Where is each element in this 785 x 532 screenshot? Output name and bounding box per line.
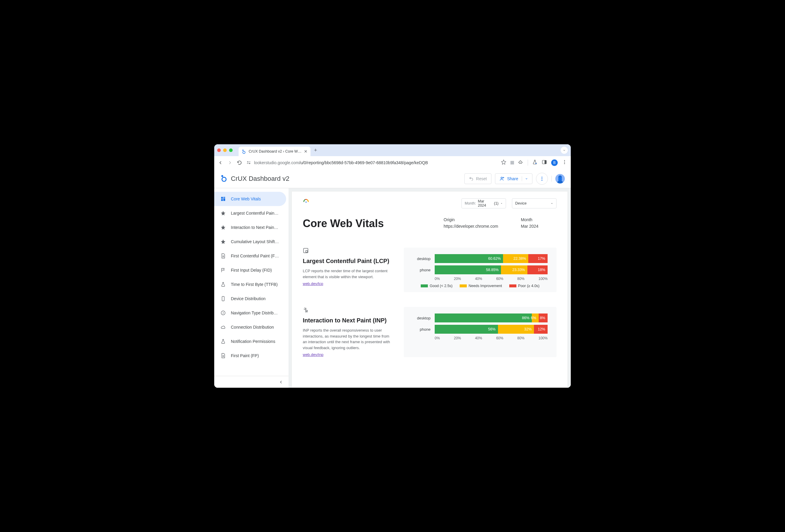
svg-point-12 [564,161,565,162]
sidebar-item-4[interactable]: First Contentful Paint (F… [214,249,286,263]
bookmark-button[interactable] [501,159,506,166]
reload-button[interactable] [237,160,242,165]
close-tab-icon[interactable]: ✕ [304,149,307,154]
svg-rect-21 [223,197,225,198]
sidebar-item-label: Connection Distribution [231,325,274,329]
svg-point-7 [249,163,250,164]
svg-point-6 [248,161,248,162]
address-bar[interactable]: lookerstudio.google.com/u/0/reporting/bb… [246,160,497,165]
maximize-window-icon[interactable] [229,149,233,152]
looker-studio-icon [242,149,246,154]
side-panel-button[interactable] [542,159,547,166]
chevron-left-icon [279,380,283,384]
metric-section-1: Interaction to Next Paint (INP)INP repor… [303,307,557,357]
back-button[interactable] [218,160,223,165]
chart-bar-row: desktop60.62%22.38%17% [413,254,548,263]
sidebar-item-10[interactable]: Notification Permissions [214,334,286,348]
device-icon [220,296,226,301]
metric-chart: desktop86%6%8%phone56%32%12%0%20%40%60%8… [404,307,557,357]
report-canvas-wrap: Month: Mar 2024 (1) Device Core Web Vita… [288,188,571,388]
svg-rect-24 [222,297,224,301]
sidebar-item-11[interactable]: First Paint (FP) [214,348,286,363]
labs-button[interactable] [532,159,537,166]
tab-overflow-button[interactable] [561,147,568,154]
reset-button[interactable]: Reset [464,174,491,184]
sidebar-item-6[interactable]: Time to First Byte (TTFB) [214,277,286,292]
sidebar-list[interactable]: Core Web VitalsLargest Contentful Pain…I… [214,188,288,376]
metric-icon [303,247,392,255]
metric-description: Largest Contentful Paint (LCP)LCP report… [303,247,392,292]
sidebar-item-7[interactable]: Device Distribution [214,292,286,306]
sidebar-item-9[interactable]: Connection Distribution [214,320,286,334]
report-canvas[interactable]: Month: Mar 2024 (1) Device Core Web Vita… [292,191,568,388]
sidebar-item-label: Notification Permissions [231,339,275,344]
metric-icon [303,307,392,314]
site-settings-icon[interactable] [246,160,251,165]
metric-desc: LCP reports the render time of the large… [303,268,392,280]
sidebar-item-label: Cumulative Layout Shift… [231,239,279,244]
forward-button[interactable] [227,160,233,165]
metric-link[interactable]: web.dev/inp [303,352,323,357]
svg-rect-22 [223,198,225,201]
svg-point-18 [542,178,542,179]
chart-bar-row: desktop86%6%8% [413,314,548,322]
url-text: lookerstudio.google.com/u/0/reporting/bb… [254,160,428,165]
sidebar-item-label: First Paint (FP) [231,353,259,358]
month-filter[interactable]: Month: Mar 2024 (1) [461,198,506,208]
sidebar-item-5[interactable]: First Input Delay (FID) [214,263,286,277]
sidebar-item-label: Time to First Byte (TTFB) [231,282,278,287]
window-controls[interactable] [217,149,233,152]
sidebar-item-0[interactable]: Core Web Vitals [214,192,286,206]
browser-window: CrUX Dashboard v2 › Core W… ✕ + lookerst… [214,144,571,388]
sidebar-item-2[interactable]: Interaction to Next Pain… [214,220,286,235]
svg-point-17 [542,177,542,178]
metric-description: Interaction to Next Paint (INP)INP repor… [303,307,392,357]
svg-point-15 [222,177,226,181]
share-button[interactable]: Share [495,174,532,184]
svg-rect-28 [306,250,307,252]
app-header: CrUX Dashboard v2 Reset Share [214,169,571,188]
user-avatar[interactable] [555,174,565,184]
browser-tab[interactable]: CrUX Dashboard v2 › Core W… ✕ [238,147,310,156]
sidebar-item-label: Device Distribution [231,296,265,301]
dashboard-icon [220,196,226,202]
tab-strip: CrUX Dashboard v2 › Core W… ✕ + [214,144,571,156]
chart-bar-row: phone58.85%23.33%18% [413,265,548,274]
share-dropdown-icon[interactable] [522,176,528,181]
chart-legend: Good (< 2.5s)Needs ImprovementPoor (≥ 4.… [413,284,548,288]
sidebar-item-3[interactable]: Cumulative Layout Shift… [214,235,286,249]
compass-icon [220,310,226,316]
metric-title: Largest Contentful Paint (LCP) [303,258,392,265]
flask-icon [220,339,226,344]
device-filter[interactable]: Device [512,198,557,208]
star-icon [220,211,226,216]
collapse-sidebar-button[interactable] [214,376,288,388]
browser-menu-button[interactable] [562,159,567,166]
cwv-logo-icon [303,198,309,206]
close-window-icon[interactable] [217,149,221,152]
more-options-button[interactable] [536,173,548,185]
extension-placeholder-icon[interactable] [510,161,514,164]
profile-avatar[interactable]: B [551,159,558,166]
star-icon [220,239,226,244]
cloud-icon [220,324,226,330]
page-icon [220,253,226,259]
chevron-down-icon [551,202,553,205]
extensions-button[interactable] [518,159,524,166]
svg-point-19 [542,180,542,181]
new-tab-button[interactable]: + [314,147,317,154]
sidebar-item-label: Core Web Vitals [231,196,261,201]
app-title: CrUX Dashboard v2 [231,175,289,183]
minimize-window-icon[interactable] [223,149,227,152]
sidebar-item-8[interactable]: Navigation Type Distrib… [214,306,286,320]
metric-link[interactable]: web.dev/lcp [303,282,323,286]
flag-icon [220,267,226,273]
sidebar-item-1[interactable]: Largest Contentful Pain… [214,206,286,220]
sidebar-item-label: Largest Contentful Pain… [231,211,278,215]
svg-rect-4 [247,163,248,164]
sidebar: Core Web VitalsLargest Contentful Pain…I… [214,188,288,388]
svg-point-14 [221,175,223,177]
svg-point-8 [535,163,536,164]
more-vert-icon [539,176,545,181]
svg-point-1 [243,151,245,154]
